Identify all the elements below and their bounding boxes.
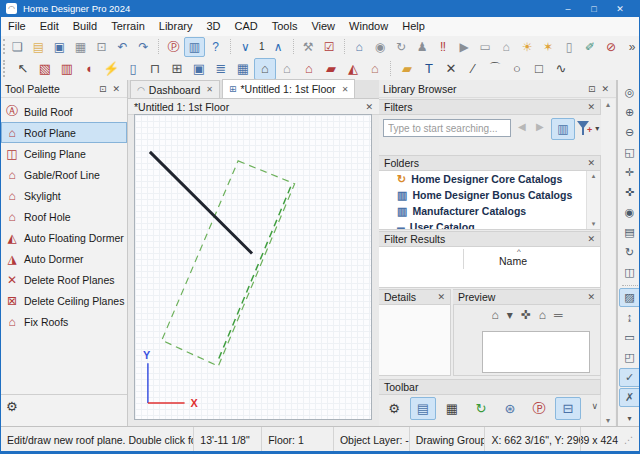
copy-region-icon[interactable]: ◫ [619,263,640,282]
menu-library[interactable]: Library [152,17,200,36]
palette-item-delete-ceiling-planes[interactable]: ⊠Delete Ceiling Planes [1,290,127,311]
browse-library-button[interactable]: ▥ [551,118,575,140]
floor-up-icon[interactable]: ∧ [268,37,289,57]
resize-grip-icon[interactable]: ⋰ [624,435,633,445]
cross-section-icon[interactable]: ⌂ [496,37,517,57]
scroll-down-icon[interactable]: ▾ [601,416,615,425]
column-divider[interactable] [463,249,464,269]
framing-house-icon[interactable]: ⌂ [298,58,320,80]
spray-material-icon[interactable]: ▯ [559,37,580,57]
print-icon[interactable]: ▦ [70,37,91,57]
palette-item-roof-hole[interactable]: ⌂Roof Hole [1,206,127,227]
palette-item-auto-dormer[interactable]: ◮Auto Dormer [1,248,127,269]
clear-view-icon[interactable]: ▭ [619,328,640,347]
preview-display-dropdown-icon[interactable]: ▾ [507,308,513,322]
add-filter-button[interactable]: + ▾ [577,121,599,135]
palette-item-build-roof[interactable]: ⒶBuild Roof [1,101,127,122]
toolbar-chevron-icon[interactable]: ∨ [591,401,598,411]
gable-roof-icon[interactable]: ⌂ [364,58,386,80]
minimize-button[interactable]: – [555,4,581,14]
palette-item-delete-roof-planes[interactable]: ✕Delete Roof Planes [1,269,127,290]
select-objects-icon[interactable]: ↖ [12,58,34,80]
folder-item-user-catalog[interactable]: ▄User Catalog [379,219,600,230]
preview-display-mode-icon[interactable]: ⌂ [491,308,498,322]
palette-item-ceiling-plane[interactable]: ◫Ceiling Plane [1,143,127,164]
tab-close-icon[interactable]: ✕ [342,85,349,94]
preview-dimensions-icon[interactable]: ═ [554,308,563,322]
screen-capture-icon[interactable]: ⊡ [91,37,112,57]
palette-item-roof-plane[interactable]: ⌂Roof Plane [1,122,127,143]
redo-icon[interactable]: ↷ [133,37,154,57]
menu-window[interactable]: Window [342,17,395,36]
close-section-icon[interactable]: ✕ [587,102,595,112]
library-settings-icon[interactable]: ⚙ [381,397,407,420]
cad-cross-icon[interactable]: ✕ [440,58,462,80]
online-catalogs-icon[interactable]: ⊛ [497,397,523,420]
new-plan-icon[interactable]: ❏ [7,37,28,57]
roof-baseline-drawn[interactable] [150,152,252,254]
multiple-floors-icon[interactable]: ▦ [232,58,254,80]
save-plan-icon[interactable]: ▣ [49,37,70,57]
list-view-icon[interactable]: ▤ [410,397,436,420]
record-walkthrough-icon[interactable]: ▶ [454,37,475,57]
plan-check-icon[interactable]: Ⓟ [163,37,184,57]
filter-dropdown-icon[interactable]: ▾ [595,124,599,133]
text-icon[interactable]: T [418,58,440,80]
library-browser-toggle-icon[interactable]: ▥ [184,37,205,57]
search-prev-icon[interactable]: ◀ [518,121,526,132]
folder-item-bonus-catalogs[interactable]: ▥Home Designer Bonus Catalogs [379,187,600,203]
scroll-up-icon[interactable]: ▴ [601,100,615,109]
folder-item-manufacturer-catalogs[interactable]: ▥Manufacturer Catalogs [379,203,600,219]
roof-ridge-line[interactable] [217,187,290,362]
walkthrough-path-icon[interactable]: ‼ [433,37,454,57]
name-column-header[interactable]: Name [499,255,527,267]
break-wall-icon[interactable]: ⚡ [100,58,122,80]
preview-color-icon[interactable]: ⌂ [539,308,546,322]
palette-item-skylight[interactable]: ⌂Skylight [1,185,127,206]
catalog-folders-icon[interactable]: ⊟ [555,397,581,420]
adjust-lights-icon[interactable]: ✶ [538,37,559,57]
cad-arc-icon[interactable]: ⌒ [484,58,506,80]
menu-file[interactable]: File [1,17,33,36]
setup-wrench-icon[interactable]: ⚒ [298,37,319,57]
temporary-dimensions-icon[interactable]: ✓ [619,368,640,387]
orbit-camera-icon[interactable]: ↻ [391,37,412,57]
overflow-more-icon[interactable]: » [622,37,640,57]
refresh-library-icon[interactable]: ↻ [468,397,494,420]
cad-circle-icon[interactable]: ○ [506,58,528,80]
play-walkthrough-icon[interactable]: ▭ [475,37,496,57]
toolbar-drag-handle[interactable] [3,60,10,76]
straight-railing-icon[interactable]: ▥ [56,58,78,80]
float-panel-icon[interactable]: ⊡ [585,84,599,94]
dimension-icon[interactable]: ▰ [396,58,418,80]
close-button[interactable]: ✕ [607,4,633,14]
straight-wall-icon[interactable]: ▧ [34,58,56,80]
camera-view-icon[interactable]: ◉ [370,37,391,57]
undo-zoom-icon[interactable]: ◱ [619,143,640,162]
tab-dashboard[interactable]: ◠Dashboard✕ [130,80,220,98]
curved-wall-icon[interactable]: ◖ [78,58,100,80]
grid-view-icon[interactable]: ▦ [439,397,465,420]
close-panel-icon[interactable]: ✕ [109,84,123,94]
close-section-icon[interactable]: ✕ [437,292,445,302]
view-close-icon[interactable]: ✕ [365,102,373,112]
close-section-icon[interactable]: ✕ [587,234,595,244]
undo-icon[interactable]: ↶ [112,37,133,57]
filter-results-list[interactable]: ^ Name [379,247,601,288]
library-search-input[interactable] [383,119,511,137]
delete-temporary-dimensions-icon[interactable]: ✗ [619,388,640,407]
palette-settings-gear-icon[interactable]: ⚙ [6,399,18,414]
palette-item-fix-roofs[interactable]: ⌂Fix Roofs [1,311,127,332]
fill-window-building-icon[interactable]: ✜ [619,183,640,202]
rail-more-icon[interactable]: ▾ [627,414,631,423]
scroll-down-icon[interactable]: ▾ [587,220,600,228]
fill-window-icon[interactable]: ✛ [619,163,640,182]
roof-outline-icon[interactable]: ⌂ [276,58,298,80]
refresh-display-icon[interactable]: ↨ [619,308,640,327]
core-content-icon[interactable]: Ⓟ [526,397,552,420]
preferences-icon[interactable]: ☑ [319,37,340,57]
menu-view[interactable]: View [304,17,342,36]
maximize-button[interactable]: □ [581,4,607,14]
close-section-icon[interactable]: ✕ [587,292,595,302]
floor-down-icon[interactable]: ∨ [235,37,256,57]
